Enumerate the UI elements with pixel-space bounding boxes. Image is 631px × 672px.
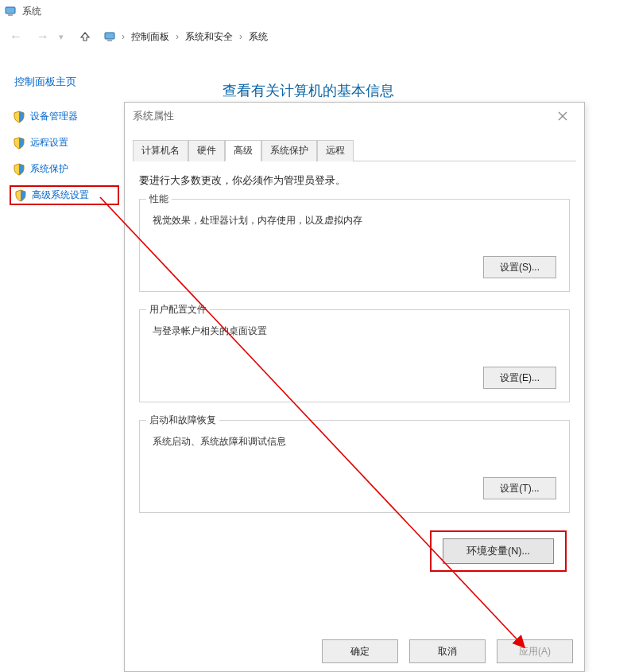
dialog-footer: 确定 取消 应用(A) [322, 639, 573, 663]
group-description: 视觉效果，处理器计划，内存使用，以及虚拟内存 [149, 208, 559, 256]
sidebar-item-remote-settings[interactable]: 远程设置 [10, 133, 119, 153]
group-performance: 性能 视觉效果，处理器计划，内存使用，以及虚拟内存 设置(S)... [139, 199, 570, 292]
tab-system-protection[interactable]: 系统保护 [261, 140, 317, 161]
performance-settings-button[interactable]: 设置(S)... [483, 256, 556, 278]
nav-forward-button[interactable]: → [32, 25, 54, 48]
system-properties-dialog: 系统属性 计算机名 硬件 高级 系统保护 远程 要进行大多数更改，你必须作为管理… [124, 102, 585, 672]
dialog-title: 系统属性 [133, 110, 174, 123]
svg-rect-1 [8, 14, 13, 16]
shield-icon [14, 189, 27, 202]
group-description: 系统启动、系统故障和调试信息 [149, 429, 559, 477]
admin-note: 要进行大多数更改，你必须作为管理员登录。 [139, 174, 570, 188]
dialog-tabs: 计算机名 硬件 高级 系统保护 远程 [133, 139, 576, 161]
tab-computer-name[interactable]: 计算机名 [133, 140, 188, 161]
cancel-button[interactable]: 取消 [409, 639, 486, 663]
group-user-profiles: 用户配置文件 与登录帐户相关的桌面设置 设置(E)... [139, 309, 570, 402]
tab-advanced[interactable]: 高级 [225, 140, 261, 161]
user-profiles-settings-button[interactable]: 设置(E)... [483, 367, 556, 389]
group-legend: 用户配置文件 [146, 303, 210, 317]
breadcrumb-system-security[interactable]: 系统和安全 [184, 30, 234, 44]
shield-icon [13, 111, 25, 123]
sidebar-item-label: 系统保护 [30, 162, 68, 176]
env-var-row: 环境变量(N)... [139, 530, 570, 577]
ok-button[interactable]: 确定 [322, 639, 398, 663]
startup-recovery-settings-button[interactable]: 设置(T)... [483, 477, 556, 499]
nav-bar: ← → ▾ › 控制面板 › 系统和安全 › 系统 [0, 22, 631, 51]
sidebar-item-advanced-settings[interactable]: 高级系统设置 [10, 185, 119, 205]
dialog-body: 要进行大多数更改，你必须作为管理员登录。 性能 视觉效果，处理器计划，内存使用，… [125, 161, 584, 585]
environment-variables-button[interactable]: 环境变量(N)... [443, 538, 554, 564]
title-bar: 系统 [0, 0, 631, 22]
sidebar-item-device-manager[interactable]: 设备管理器 [10, 107, 119, 126]
group-description: 与登录帐户相关的桌面设置 [149, 318, 559, 367]
group-legend: 启动和故障恢复 [146, 414, 219, 427]
sidebar-item-system-protection[interactable]: 系统保护 [10, 159, 119, 179]
sidebar-item-label: 远程设置 [30, 136, 68, 150]
sidebar-home-link[interactable]: 控制面板主页 [10, 72, 119, 92]
group-legend: 性能 [146, 192, 172, 206]
page-title: 查看有关计算机的基本信息 [223, 81, 394, 100]
close-button[interactable] [549, 106, 576, 126]
svg-rect-3 [107, 40, 112, 41]
apply-button[interactable]: 应用(A) [497, 639, 573, 663]
svg-rect-0 [6, 7, 15, 14]
sidebar-item-label: 设备管理器 [30, 110, 78, 123]
env-var-highlight: 环境变量(N)... [430, 530, 567, 572]
sidebar-item-label: 高级系统设置 [32, 188, 89, 202]
group-startup-recovery: 启动和故障恢复 系统启动、系统故障和调试信息 设置(T)... [139, 420, 570, 513]
window-title: 系统 [22, 5, 41, 18]
breadcrumb-sep: › [176, 31, 179, 42]
breadcrumb-sep: › [239, 31, 242, 42]
computer-icon [104, 30, 117, 43]
svg-rect-2 [105, 33, 114, 39]
sidebar: 控制面板主页 设备管理器 远程设置 系统保护 高级系统设置 [5, 64, 124, 219]
breadcrumb-sep: › [122, 31, 125, 42]
nav-history-dropdown[interactable]: ▾ [59, 32, 70, 42]
computer-icon [5, 5, 17, 17]
dialog-title-bar: 系统属性 [125, 103, 584, 130]
nav-up-button[interactable] [75, 27, 95, 46]
tab-hardware[interactable]: 硬件 [188, 140, 225, 161]
shield-icon [13, 137, 25, 150]
tab-remote[interactable]: 远程 [317, 140, 354, 161]
nav-back-button[interactable]: ← [5, 25, 27, 48]
shield-icon [13, 163, 25, 176]
breadcrumb-control-panel[interactable]: 控制面板 [130, 30, 171, 44]
breadcrumb-system[interactable]: 系统 [247, 30, 269, 44]
address-bar[interactable]: › 控制面板 › 系统和安全 › 系统 [100, 26, 626, 47]
